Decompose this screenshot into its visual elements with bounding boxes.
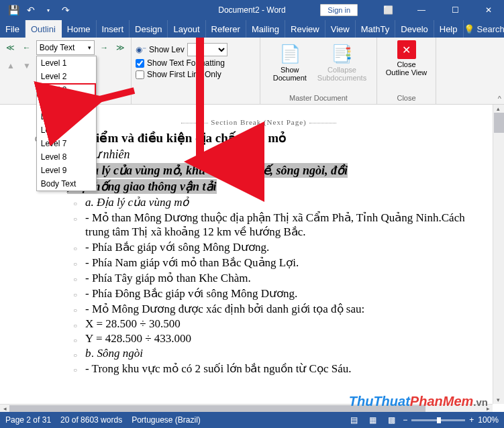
- level-item-7[interactable]: Level 7: [37, 137, 96, 150]
- move-up-icon[interactable]: ▲: [4, 59, 17, 72]
- outline-level-dropdown: Level 1 Level 2 Level 3 Level 4 Level 5 …: [36, 56, 97, 191]
- qat-dropdown-icon[interactable]: ▾: [40, 2, 56, 18]
- level-item-5[interactable]: Level 5: [37, 110, 96, 123]
- ribbon-tabs: File Outlini Home Insert Design Layout R…: [0, 20, 504, 38]
- section-break-marker: Section Break (Next Page): [34, 118, 484, 126]
- minimize-icon[interactable]: —: [406, 0, 437, 20]
- undo-icon[interactable]: ↶: [23, 2, 39, 18]
- scroll-down-icon[interactable]: ▾: [493, 396, 503, 404]
- body-text[interactable]: - Mỏ Mông Dương được xác định bởi danh g…: [85, 302, 364, 316]
- outline-bullet: [70, 213, 80, 224]
- body-text[interactable]: - Trong khu vực mỏ có 2 suối lớn bắt ngu…: [85, 362, 352, 376]
- level-item-8[interactable]: Level 8: [37, 150, 96, 164]
- outline-level-combo[interactable]: Body Text▾ Level 1 Level 2 Level 3 Level…: [36, 40, 95, 55]
- tab-layout[interactable]: Layout: [168, 20, 205, 38]
- outline-bullet: [70, 335, 80, 345]
- level-item-3[interactable]: Level 3: [37, 83, 96, 97]
- outline-bullet: [70, 198, 80, 209]
- body-text[interactable]: - Phía Nam giáp với mỏ than Bắc Quảng Lợ…: [85, 256, 299, 270]
- search-box[interactable]: 💡Search: [464, 24, 505, 34]
- body-text[interactable]: X = 28.500 ÷ 30.500: [85, 317, 181, 331]
- level-item-1[interactable]: Level 1: [37, 56, 96, 70]
- tab-insert[interactable]: Insert: [97, 20, 130, 38]
- tab-file[interactable]: File: [0, 20, 26, 38]
- tab-design[interactable]: Design: [130, 20, 168, 38]
- tab-view[interactable]: View: [325, 20, 356, 38]
- demote-to-body-icon[interactable]: ≫: [113, 41, 127, 54]
- print-layout-icon[interactable]: ▦: [365, 414, 380, 426]
- ribbon-options-icon[interactable]: ⬜: [372, 0, 403, 20]
- close-group-label: Close: [397, 94, 415, 103]
- outline-bullet: [70, 364, 80, 375]
- tab-developer[interactable]: Develo: [395, 20, 434, 38]
- outline-bullet: [70, 289, 80, 300]
- watermark: ThuThuatPhanMem.vn: [349, 394, 488, 409]
- tab-outlining[interactable]: Outlini: [26, 20, 62, 38]
- level-item-9[interactable]: Level 9: [37, 164, 96, 177]
- body-text[interactable]: - Phía Bắc giáp với sông Mông Dương.: [85, 240, 269, 254]
- chevron-down-icon: ▾: [88, 44, 91, 51]
- move-down-icon[interactable]: ▼: [20, 59, 34, 72]
- body-text[interactable]: - Phía Tây giáp mỏ than Khe Chàm.: [85, 271, 251, 285]
- show-formatting-checkbox[interactable]: Show Text Formatting: [136, 58, 256, 68]
- tab-references[interactable]: Referer: [206, 20, 246, 38]
- level-item-4[interactable]: Level 4: [37, 97, 96, 110]
- promote-to-heading1-icon[interactable]: ≪: [4, 41, 17, 54]
- vertical-scrollbar[interactable]: ▴ ▾: [493, 105, 504, 404]
- web-layout-icon[interactable]: ▩: [384, 414, 399, 426]
- outline-bullet: [70, 243, 80, 254]
- signin-button[interactable]: Sign in: [320, 4, 358, 16]
- collapse-subdocuments-button: 📑 Collapse Subdocuments: [317, 43, 366, 82]
- scroll-up-icon[interactable]: ▴: [493, 105, 503, 113]
- maximize-icon[interactable]: ☐: [440, 0, 470, 20]
- body-text[interactable]: Y = 428.500 ÷ 433.000: [85, 332, 191, 345]
- level-item-6[interactable]: Level 6: [37, 123, 96, 137]
- promote-icon[interactable]: ←: [20, 41, 34, 54]
- body-text[interactable]: - Phía Đông Bắc giáp với sông Mông Dương…: [85, 286, 297, 301]
- level-item-body[interactable]: Body Text: [37, 177, 96, 191]
- zoom-out-icon[interactable]: −: [403, 415, 407, 425]
- tab-help[interactable]: Help: [434, 20, 464, 38]
- body-text[interactable]: b. b. Sông ngòiSông ngòi: [85, 347, 143, 360]
- close-icon[interactable]: ✕: [473, 0, 504, 20]
- lightbulb-icon: 💡: [464, 24, 474, 34]
- redo-icon[interactable]: ↷: [58, 2, 74, 18]
- ribbon: ≪ ← Body Text▾ Level 1 Level 2 Level 3 L…: [0, 38, 504, 105]
- close-outline-view-button[interactable]: ✕ Close Outline View: [386, 40, 427, 76]
- language-indicator[interactable]: Portuguese (Brazil): [132, 415, 201, 425]
- document-icon: 📄: [279, 43, 301, 64]
- tab-mathtype[interactable]: MathTy: [356, 20, 396, 38]
- show-level-label: Show Lev: [149, 45, 185, 54]
- titlebar: 💾 ↶ ▾ ↷ Document2 - Word Sign in ⬜ — ☐ ✕: [0, 0, 504, 20]
- outline-bullet: [70, 320, 80, 331]
- tab-mailings[interactable]: Mailing: [246, 20, 285, 38]
- statusbar: Page 2 of 31 20 of 8603 words Portuguese…: [0, 412, 504, 428]
- show-level-icon: ◉⁻: [136, 45, 146, 54]
- zoom-level[interactable]: 100%: [478, 415, 499, 425]
- outline-bullet: [70, 350, 80, 360]
- tab-review[interactable]: Review: [285, 20, 325, 38]
- close-x-icon: ✕: [397, 40, 416, 59]
- save-icon[interactable]: 💾: [5, 2, 21, 18]
- collapse-icon: 📑: [331, 43, 352, 64]
- show-document-button[interactable]: 📄 Show Document: [270, 43, 309, 82]
- outline-bullet: [70, 305, 80, 315]
- read-mode-icon[interactable]: ▤: [346, 414, 361, 426]
- page-indicator[interactable]: Page 2 of 31: [5, 415, 51, 425]
- tab-home[interactable]: Home: [62, 20, 97, 38]
- body-text[interactable]: - Mỏ than Mông Dương thuộc địa phận Thị …: [85, 211, 484, 239]
- word-count[interactable]: 20 of 8603 words: [60, 415, 122, 425]
- document-title: Document2 - Word: [218, 5, 285, 15]
- level-item-2[interactable]: Level 2: [37, 70, 96, 83]
- show-level-combo[interactable]: [187, 43, 228, 56]
- collapse-ribbon-icon[interactable]: ^: [498, 95, 501, 103]
- show-first-line-checkbox[interactable]: Show First Line Only: [136, 70, 256, 79]
- master-document-label: Master Document: [289, 94, 348, 103]
- heading-3-selected[interactable]: 1. Địa lý của vùng mỏ, khu vực thiết kế,…: [68, 163, 348, 178]
- demote-icon[interactable]: →: [97, 41, 111, 54]
- outline-bullet: [70, 258, 80, 269]
- body-text[interactable]: a. Địa lý của vùng mỏ: [85, 195, 189, 209]
- scroll-thumb[interactable]: [494, 113, 504, 133]
- zoom-slider[interactable]: [411, 419, 465, 421]
- zoom-in-icon[interactable]: +: [469, 415, 474, 425]
